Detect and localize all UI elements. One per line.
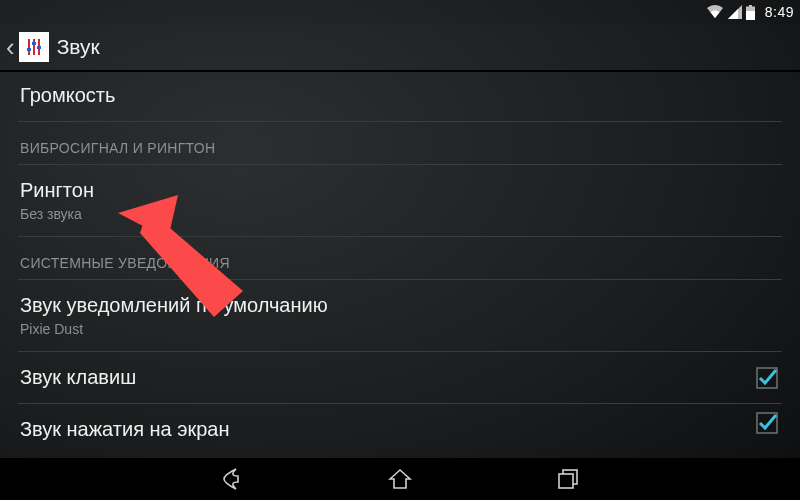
svg-rect-1 — [749, 5, 752, 7]
row-value: Pixie Dust — [20, 321, 780, 337]
row-dial-pad-tones[interactable]: Звук клавиш — [18, 352, 782, 404]
settings-list: Громкость ВИБРОСИГНАЛ И РИНГТОН Рингтон … — [0, 70, 800, 442]
row-default-notification[interactable]: Звук уведомлений по умолчанию Pixie Dust — [18, 280, 782, 352]
row-value: Без звука — [20, 206, 780, 222]
nav-bar — [0, 458, 800, 500]
row-label: Звук уведомлений по умолчанию — [20, 294, 780, 317]
row-label: Звук клавиш — [20, 366, 780, 389]
app-icon[interactable] — [19, 32, 49, 62]
row-label: Громкость — [20, 84, 780, 107]
battery-icon — [746, 5, 755, 20]
row-ringtone[interactable]: Рингтон Без звука — [18, 165, 782, 237]
status-clock: 8:49 — [765, 4, 794, 20]
section-vibration-ringtone: ВИБРОСИГНАЛ И РИНГТОН — [18, 122, 782, 165]
checkbox-icon[interactable] — [756, 412, 778, 434]
nav-recents-icon[interactable] — [554, 465, 582, 493]
checkbox-icon[interactable] — [756, 367, 778, 389]
page-title: Звук — [57, 35, 100, 59]
svg-rect-15 — [559, 474, 573, 488]
section-system-notifications: СИСТЕМНЫЕ УВЕДОМЛЕНИЯ — [18, 237, 782, 280]
svg-rect-8 — [32, 42, 36, 45]
row-volume[interactable]: Громкость — [18, 70, 782, 122]
row-label: Рингтон — [20, 179, 780, 202]
wifi-icon — [706, 5, 724, 19]
svg-rect-2 — [746, 11, 755, 20]
status-bar: 8:49 — [0, 0, 800, 24]
row-touch-sounds[interactable]: Звук нажатия на экран — [18, 404, 782, 442]
svg-rect-9 — [37, 46, 41, 49]
back-icon[interactable]: ‹ — [4, 34, 17, 60]
nav-home-icon[interactable] — [386, 465, 414, 493]
signal-icon — [728, 5, 742, 19]
nav-back-icon[interactable] — [218, 465, 246, 493]
svg-rect-7 — [27, 48, 31, 51]
action-bar: ‹ Звук — [0, 24, 800, 72]
row-label: Звук нажатия на экран — [20, 418, 780, 441]
